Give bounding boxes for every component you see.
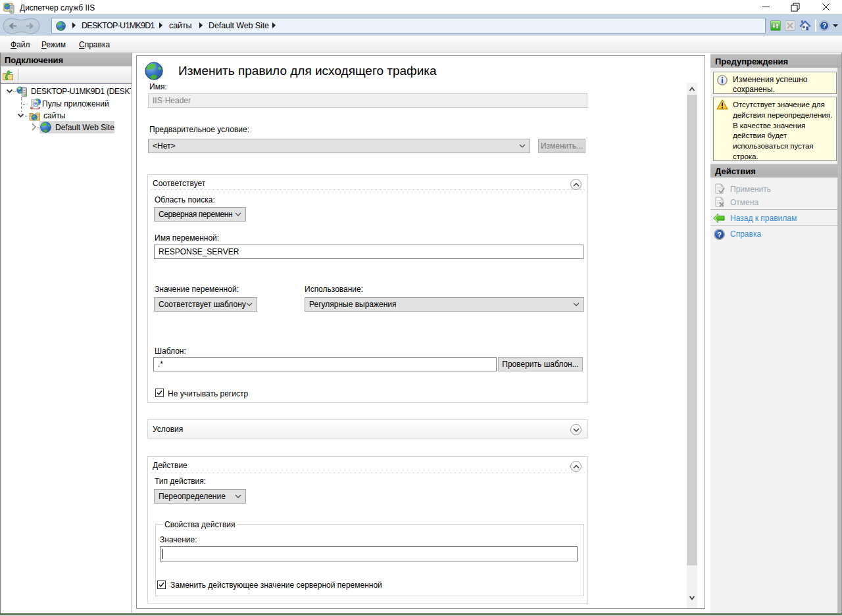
svg-text:?: ? <box>717 231 722 239</box>
svg-text:?: ? <box>822 22 826 30</box>
